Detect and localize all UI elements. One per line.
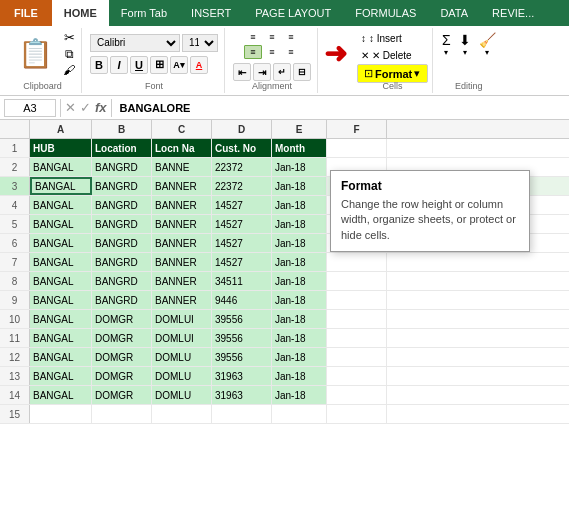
tab-data[interactable]: DATA [428,0,480,26]
cell-E8[interactable]: Jan-18 [272,272,327,290]
cell-C3[interactable]: BANNER [152,177,212,195]
cell-B12[interactable]: DOMGR [92,348,152,366]
cell-F12[interactable] [327,348,387,366]
cell-D1[interactable]: Cust. No [212,139,272,157]
cell-A9[interactable]: BANGAL [30,291,92,309]
cell-E12[interactable]: Jan-18 [272,348,327,366]
cell-E10[interactable]: Jan-18 [272,310,327,328]
cell-B7[interactable]: BANGRD [92,253,152,271]
cell-D5[interactable]: 14527 [212,215,272,233]
tab-insert[interactable]: INSERT [179,0,243,26]
fill-button[interactable]: ⬇ ▾ [456,30,474,59]
cell-C14[interactable]: DOMLU [152,386,212,404]
cell-F9[interactable] [327,291,387,309]
autosum-button[interactable]: Σ ▾ [439,30,454,59]
copy-button[interactable]: ⧉ [63,47,75,61]
cell-F13[interactable] [327,367,387,385]
align-top-right[interactable]: ≡ [282,30,300,44]
align-middle-center[interactable]: ≡ [263,45,281,59]
cell-D8[interactable]: 34511 [212,272,272,290]
font-color-button[interactable]: A [190,56,208,74]
cell-C4[interactable]: BANNER [152,196,212,214]
delete-button[interactable]: ✕ ✕ Delete [357,47,428,63]
cell-D3[interactable]: 22372 [212,177,272,195]
cut-button[interactable]: ✂ [63,30,75,45]
cell-F1[interactable] [327,139,387,157]
increase-indent-button[interactable]: ⇥ [253,63,271,81]
align-top-left[interactable]: ≡ [244,30,262,44]
cell-A6[interactable]: BANGAL [30,234,92,252]
cell-A7[interactable]: BANGAL [30,253,92,271]
cell-C2[interactable]: BANNE [152,158,212,176]
cell-B4[interactable]: BANGRD [92,196,152,214]
cell-B8[interactable]: BANGRD [92,272,152,290]
col-header-A[interactable]: A [30,120,92,138]
clear-button[interactable]: 🧹 ▾ [476,30,499,59]
tab-file[interactable]: FILE [0,0,52,26]
cell-B9[interactable]: BANGRD [92,291,152,309]
cell-E2[interactable]: Jan-18 [272,158,327,176]
border-button[interactable]: ⊞ [150,56,168,74]
cell-A13[interactable]: BANGAL [30,367,92,385]
paste-button[interactable]: 📋 [10,35,61,72]
decrease-indent-button[interactable]: ⇤ [233,63,251,81]
col-header-C[interactable]: C [152,120,212,138]
cell-B11[interactable]: DOMGR [92,329,152,347]
cell-D13[interactable]: 31963 [212,367,272,385]
cell-B2[interactable]: BANGRD [92,158,152,176]
cell-D15[interactable] [212,405,272,423]
cell-F11[interactable] [327,329,387,347]
cell-D12[interactable]: 39556 [212,348,272,366]
cell-A15[interactable] [30,405,92,423]
cell-A4[interactable]: BANGAL [30,196,92,214]
cell-A8[interactable]: BANGAL [30,272,92,290]
cell-C13[interactable]: DOMLU [152,367,212,385]
col-header-B[interactable]: B [92,120,152,138]
align-middle-right[interactable]: ≡ [282,45,300,59]
cell-A3[interactable]: BANGAL [30,177,92,195]
underline-button[interactable]: U [130,56,148,74]
format-painter-button[interactable]: 🖌 [63,63,75,77]
font-name-select[interactable]: Calibri [90,34,180,52]
cell-C7[interactable]: BANNER [152,253,212,271]
formula-input[interactable] [116,102,565,114]
bold-button[interactable]: B [90,56,108,74]
cell-A5[interactable]: BANGAL [30,215,92,233]
cell-F8[interactable] [327,272,387,290]
cell-E11[interactable]: Jan-18 [272,329,327,347]
cell-B1[interactable]: Location [92,139,152,157]
cell-D14[interactable]: 31963 [212,386,272,404]
fill-color-button[interactable]: A▾ [170,56,188,74]
col-header-D[interactable]: D [212,120,272,138]
insert-button[interactable]: ↕ ↕ Insert [357,30,428,46]
cell-E6[interactable]: Jan-18 [272,234,327,252]
cell-D11[interactable]: 39556 [212,329,272,347]
cell-E9[interactable]: Jan-18 [272,291,327,309]
col-header-E[interactable]: E [272,120,327,138]
align-middle-left[interactable]: ≡ [244,45,262,59]
cell-A2[interactable]: BANGAL [30,158,92,176]
cell-C6[interactable]: BANNER [152,234,212,252]
wrap-text-button[interactable]: ↵ [273,63,291,81]
cell-E13[interactable]: Jan-18 [272,367,327,385]
cell-A14[interactable]: BANGAL [30,386,92,404]
cell-B10[interactable]: DOMGR [92,310,152,328]
merge-button[interactable]: ⊟ [293,63,311,81]
cell-F15[interactable] [327,405,387,423]
cell-E5[interactable]: Jan-18 [272,215,327,233]
cell-B3[interactable]: BANGRD [92,177,152,195]
cell-C1[interactable]: Locn Na [152,139,212,157]
cell-B6[interactable]: BANGRD [92,234,152,252]
col-header-F[interactable]: F [327,120,387,138]
cell-C12[interactable]: DOMLU [152,348,212,366]
cell-B14[interactable]: DOMGR [92,386,152,404]
font-size-select[interactable]: 11 [182,34,218,52]
tab-review[interactable]: REVIE... [480,0,546,26]
cell-E4[interactable]: Jan-18 [272,196,327,214]
cell-D9[interactable]: 9446 [212,291,272,309]
cell-D10[interactable]: 39556 [212,310,272,328]
cell-E3[interactable]: Jan-18 [272,177,327,195]
cell-A12[interactable]: BANGAL [30,348,92,366]
cell-E7[interactable]: Jan-18 [272,253,327,271]
cell-C10[interactable]: DOMLUI [152,310,212,328]
